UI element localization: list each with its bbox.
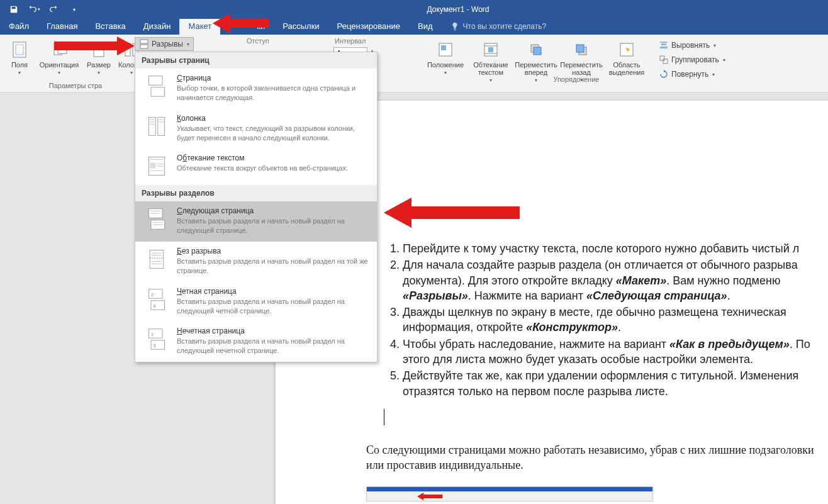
tab-review[interactable]: Рецензирование: [328, 19, 409, 35]
tab-insert[interactable]: Вставка: [86, 19, 134, 35]
text-wrap-break-icon: [145, 155, 168, 177]
dd-item-even-page-desc: Вставить разрыв раздела и начать новый р…: [177, 297, 371, 316]
dd-item-column-title: Колонка: [177, 114, 371, 123]
tab-mailings[interactable]: Рассылки: [274, 19, 328, 35]
svg-text:2: 2: [151, 291, 154, 297]
page-break-page-icon: [145, 75, 168, 98]
svg-rect-25: [148, 76, 162, 85]
ribbon-tabs: Файл Главная Вставка Дизайн Макет ки Рас…: [0, 19, 828, 35]
next-page-section-icon: [145, 208, 168, 230]
align-button[interactable]: Выровнять▾: [654, 38, 730, 52]
dd-item-odd-page[interactable]: 13 Нечетная страница Вставить разрыв раз…: [135, 322, 377, 362]
embedded-arrow-icon: [417, 493, 442, 500]
align-label: Выровнять: [671, 41, 710, 50]
embedded-screenshot-thumbnail: [366, 486, 653, 501]
svg-rect-23: [660, 56, 664, 60]
svg-marker-63: [417, 493, 442, 500]
align-icon: [659, 40, 669, 50]
dd-item-page[interactable]: ССтраницатраница Выбор точки, в которой …: [135, 69, 377, 109]
even-page-section-icon: 24: [145, 288, 168, 311]
tab-file[interactable]: Файл: [0, 19, 38, 35]
svg-rect-22: [660, 47, 668, 48]
save-icon: [9, 5, 18, 14]
bring-forward-icon: [527, 41, 545, 59]
quick-access-toolbar: ▾ ▾: [0, 2, 88, 17]
svg-rect-18: [576, 45, 584, 52]
tab-references-partial[interactable]: ки: [238, 19, 274, 35]
dd-item-odd-page-desc: Вставить разрыв раздела и начать новый р…: [177, 337, 371, 356]
dd-item-next-page-desc: Вставить разрыв раздела и начать новый р…: [177, 216, 371, 235]
spacing-header: Интервал: [333, 37, 422, 45]
svg-text:1: 1: [151, 332, 154, 337]
group-label: Группировать: [671, 55, 719, 64]
svg-rect-7: [140, 40, 148, 43]
dd-item-textwrap[interactable]: Обтекание текстом Обтекание текста вокру…: [135, 148, 377, 185]
dd-item-page-title: ССтраницатраница: [177, 74, 371, 82]
tab-home[interactable]: Главная: [38, 19, 86, 35]
orientation-button[interactable]: Ориентация▾: [36, 37, 82, 81]
doc-list-item-5: Действуйте так же, как при удалении офор…: [403, 368, 828, 399]
position-label: Положение: [427, 61, 464, 69]
svg-rect-28: [158, 117, 165, 135]
breaks-button[interactable]: Разрывы ▾: [135, 37, 194, 51]
document-content: Перейдите к тому участку текста, после к…: [366, 241, 828, 400]
redo-button[interactable]: [45, 2, 63, 17]
dd-item-page-desc: Выбор точки, в которой заканчивается одн…: [177, 84, 371, 103]
dd-item-even-page-title: Четная страница: [177, 287, 371, 296]
svg-rect-10: [441, 45, 446, 50]
title-bar: ▾ ▾ Документ1 - Word: [0, 0, 828, 19]
svg-rect-3: [58, 47, 67, 53]
redo-icon: [50, 5, 59, 14]
breaks-label: Разрывы: [152, 40, 183, 48]
margins-button[interactable]: Поля▾: [4, 37, 35, 81]
wrap-text-icon: [482, 41, 500, 59]
size-label: Размер: [87, 61, 111, 69]
svg-rect-8: [140, 45, 148, 48]
svg-rect-21: [661, 43, 666, 45]
tell-me-search[interactable]: Что вы хотите сделать?: [442, 22, 556, 35]
indent-header: Отступ: [245, 37, 333, 45]
group-page-setup: Поля▾ Ориентация▾ Размер▾ Колонки▾ Парам…: [0, 35, 152, 92]
dd-item-next-page-title: Следующая страница: [177, 206, 371, 215]
dd-section-section-breaks: Разрывы разделов: [135, 185, 377, 201]
margins-icon: [11, 41, 28, 59]
dd-item-continuous[interactable]: Без разрыва Вставить разрыв раздела и на…: [135, 242, 377, 282]
svg-rect-24: [663, 59, 668, 64]
svg-rect-27: [148, 117, 155, 135]
group-button[interactable]: Группировать▾: [654, 53, 730, 67]
tab-design[interactable]: Дизайн: [135, 19, 180, 35]
dd-item-column-desc: Указывает, что текст, следующий за разры…: [177, 124, 371, 143]
ribbon: Поля▾ Ориентация▾ Размер▾ Колонки▾ Парам…: [0, 35, 828, 92]
position-icon: [437, 41, 454, 59]
group-indent: Отступ: [245, 37, 333, 45]
dd-section-page-breaks: Разрывы страниц: [135, 52, 377, 69]
svg-rect-35: [150, 163, 155, 169]
breaks-dropdown: Разрывы страниц ССтраницатраница Выбор т…: [135, 52, 378, 362]
dd-item-odd-page-title: Нечетная страница: [177, 327, 371, 335]
tab-layout[interactable]: Макет: [179, 19, 220, 35]
dd-item-column[interactable]: Колонка Указывает, что текст, следующий …: [135, 109, 377, 149]
svg-text:4: 4: [154, 303, 156, 308]
dd-item-textwrap-title: Обтекание текстом: [177, 154, 371, 162]
svg-rect-16: [534, 47, 541, 55]
page-break-icon: [139, 39, 149, 49]
dd-item-even-page[interactable]: 24 Четная страница Вставить разрыв разде…: [135, 282, 377, 322]
send-backward-icon: [573, 41, 590, 59]
dd-item-continuous-title: Без разрыва: [177, 247, 371, 255]
undo-button[interactable]: ▾: [25, 2, 43, 17]
dd-item-next-page[interactable]: Следующая страница Вставить разрыв разде…: [135, 201, 377, 242]
odd-page-section-icon: 13: [145, 328, 168, 350]
tell-me-label: Что вы хотите сделать?: [463, 22, 547, 31]
doc-list-item-3: Дважды щелкнув по экрану в месте, где об…: [403, 305, 828, 335]
svg-rect-26: [151, 87, 165, 96]
dd-item-continuous-desc: Вставить разрыв раздела и начать новый р…: [177, 257, 371, 276]
tab-view[interactable]: Вид: [409, 19, 442, 35]
size-button[interactable]: Размер▾: [83, 37, 115, 81]
save-button[interactable]: [5, 2, 23, 17]
column-break-icon: [145, 115, 168, 138]
qat-customize[interactable]: ▾: [65, 2, 83, 17]
svg-rect-5: [125, 43, 130, 56]
document-paragraph: Со следующими страницами можно работать …: [366, 442, 822, 473]
continuous-section-icon: [145, 248, 168, 271]
doc-list-item-2: Для начала создайте разрыв раздела (он о…: [403, 257, 828, 303]
